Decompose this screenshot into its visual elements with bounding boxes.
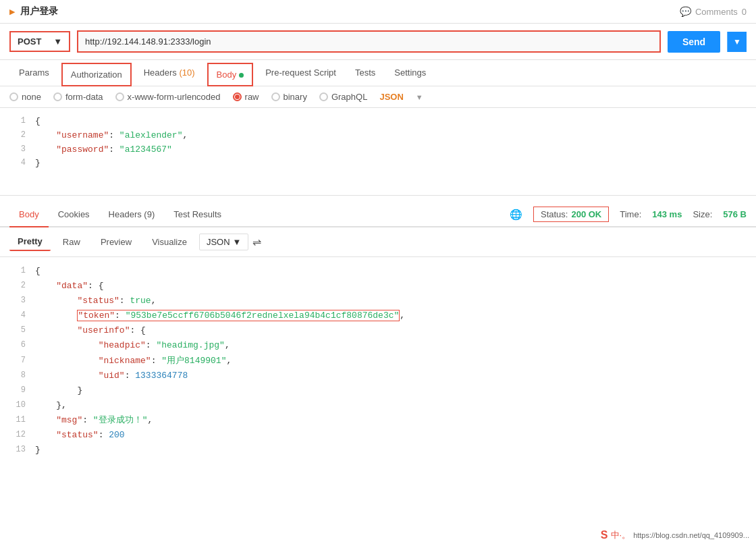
resp-line-12: 12 "status": 200: [0, 428, 756, 443]
collection-name: 用户登录: [20, 5, 58, 18]
time-label: Time:: [620, 209, 641, 219]
method-value: POST: [18, 36, 41, 47]
radio-x-www: [115, 92, 124, 101]
body-options: none form-data x-www-form-urlencoded raw…: [0, 86, 756, 108]
radio-raw: [233, 92, 242, 101]
send-dropdown-button[interactable]: ▼: [727, 32, 747, 52]
url-input[interactable]: [78, 32, 659, 51]
resp-line-1: 1 {: [0, 264, 756, 279]
json-dropdown-arrow[interactable]: ▼: [416, 93, 423, 101]
json-format-label: JSON: [379, 92, 403, 102]
resp-tab-cookies[interactable]: Cookies: [49, 202, 99, 227]
top-bar: ▶ 用户登录 💬 Comments 0: [0, 0, 756, 24]
format-preview[interactable]: Preview: [92, 234, 140, 250]
time-value: 143 ms: [652, 209, 682, 219]
resp-line-7: 7 "nickname": "用户8149901",: [0, 354, 756, 369]
resp-line-3: 3 "status": true,: [0, 294, 756, 308]
size-value: 576 B: [723, 209, 747, 219]
status-box: Status: 200 OK: [533, 207, 609, 222]
option-x-www[interactable]: x-www-form-urlencoded: [115, 92, 221, 102]
resp-line-13: 13 }: [0, 443, 756, 458]
radio-form-data: [53, 92, 62, 101]
comments-area: 💬 Comments 0: [680, 6, 747, 17]
resp-line-2: 2 "data": {: [0, 279, 756, 294]
size-label: Size:: [693, 209, 712, 219]
resp-line-5: 5 "userinfo": {: [0, 323, 756, 338]
method-arrow: ▼: [53, 36, 62, 47]
req-line-2: 2 "username": "alexlender",: [0, 129, 756, 143]
req-line-4: 4 }: [0, 157, 756, 171]
status-label: Status:: [541, 209, 568, 219]
status-value: 200 OK: [571, 209, 601, 219]
response-tabs-bar: Body Cookies Headers (9) Test Results 🌐 …: [0, 202, 756, 227]
radio-none: [9, 92, 18, 101]
tab-settings[interactable]: Settings: [385, 61, 435, 86]
comments-label: Comments: [695, 7, 738, 17]
collection-info: ▶ 用户登录: [9, 5, 58, 18]
format-raw[interactable]: Raw: [55, 234, 88, 250]
tab-body[interactable]: Body: [207, 63, 254, 86]
resp-line-9: 9 }: [0, 383, 756, 398]
option-none[interactable]: none: [9, 92, 41, 102]
method-select[interactable]: POST ▼: [9, 31, 70, 52]
response-status-area: 🌐 Status: 200 OK Time: 143 ms Size: 576 …: [510, 207, 747, 222]
resp-line-11: 11 "msg": "登录成功！",: [0, 413, 756, 428]
wrap-icon[interactable]: ⇌: [252, 236, 261, 248]
request-tabs-bar: Params Authorization Headers (10) Body P…: [0, 60, 756, 86]
req-line-3: 3 "password": "a1234567": [0, 143, 756, 157]
expand-icon[interactable]: ▶: [9, 7, 15, 16]
tab-headers[interactable]: Headers (10): [134, 61, 205, 86]
option-form-data[interactable]: form-data: [53, 92, 103, 102]
format-type-select[interactable]: JSON ▼: [199, 234, 249, 250]
response-body: 1 { 2 "data": { 3 "status": true, 4 "tok…: [0, 257, 756, 464]
comments-count: 0: [742, 7, 747, 17]
tab-pre-request[interactable]: Pre-request Script: [256, 61, 346, 86]
option-raw[interactable]: raw: [233, 92, 259, 102]
resp-line-4: 4 "token": "953be7e5ccff6706b5046f2redne…: [0, 308, 756, 323]
url-bar: POST ▼ Send ▼: [0, 24, 756, 60]
req-line-1: 1 {: [0, 115, 756, 129]
resp-line-10: 10 },: [0, 398, 756, 413]
resp-line-8: 8 "uid": 1333364778: [0, 369, 756, 383]
token-highlight: "token": "953be7e5ccff6706b5046f2rednelx…: [77, 310, 400, 321]
resp-line-6: 6 "headpic": "headimg.jpg",: [0, 338, 756, 353]
format-dropdown-arrow: ▼: [233, 237, 242, 247]
format-type-value: JSON: [207, 237, 230, 247]
radio-graphql: [319, 92, 328, 101]
send-button[interactable]: Send: [668, 31, 720, 53]
resp-tab-body[interactable]: Body: [9, 202, 49, 227]
tab-authorization[interactable]: Authorization: [61, 63, 132, 86]
tab-tests[interactable]: Tests: [346, 61, 385, 86]
tab-params[interactable]: Params: [9, 61, 59, 86]
globe-icon: 🌐: [510, 209, 522, 221]
format-visualize[interactable]: Visualize: [144, 234, 195, 250]
request-code-editor[interactable]: 1 { 2 "username": "alexlender", 3 "passw…: [0, 108, 756, 196]
option-graphql[interactable]: GraphQL: [319, 92, 367, 102]
url-input-wrapper: [77, 30, 661, 53]
response-format-bar: Pretty Raw Preview Visualize JSON ▼ ⇌: [0, 227, 756, 257]
resp-tab-test-results[interactable]: Test Results: [164, 202, 231, 227]
headers-badge: (10): [179, 67, 194, 78]
resp-tab-headers[interactable]: Headers (9): [99, 202, 165, 227]
format-pretty[interactable]: Pretty: [9, 233, 51, 251]
body-active-dot: [239, 73, 244, 78]
comment-icon: 💬: [680, 6, 691, 17]
radio-binary: [271, 92, 280, 101]
option-binary[interactable]: binary: [271, 92, 307, 102]
